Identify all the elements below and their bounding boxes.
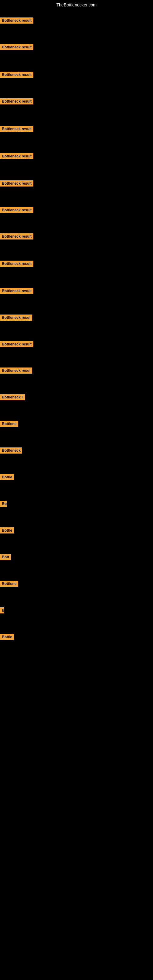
bottleneck-badge-5: Bottleneck result xyxy=(0,126,33,132)
bottleneck-badge-8: Bottleneck result xyxy=(0,207,33,213)
bottleneck-badge-7: Bottleneck result xyxy=(0,180,33,186)
bottleneck-badge-6: Bottleneck result xyxy=(0,153,33,159)
bottleneck-badge-11: Bottleneck result xyxy=(0,288,33,294)
bottleneck-badge-16: Bottlene xyxy=(0,421,18,427)
bottleneck-badge-20: Bottle xyxy=(0,527,14,533)
bottleneck-badge-23: B xyxy=(0,607,4,613)
bottleneck-badge-10: Bottleneck result xyxy=(0,261,33,267)
bottleneck-badge-22: Bottlene xyxy=(0,581,18,587)
bottleneck-badge-21: Bott xyxy=(0,554,11,560)
bottleneck-badge-18: Bottle xyxy=(0,474,14,480)
bottleneck-badge-14: Bottleneck resul xyxy=(0,368,32,374)
bottleneck-badge-2: Bottleneck result xyxy=(0,44,33,50)
site-title: TheBottlenecker.com xyxy=(0,2,153,7)
bottleneck-badge-24: Bottle xyxy=(0,634,14,640)
bottleneck-badge-19: Bo xyxy=(0,501,7,507)
bottleneck-badge-12: Bottleneck resul xyxy=(0,315,32,321)
bottleneck-badge-4: Bottleneck result xyxy=(0,98,33,105)
bottleneck-badge-15: Bottleneck r xyxy=(0,394,25,400)
bottleneck-badge-3: Bottleneck result xyxy=(0,72,33,78)
bottleneck-badge-17: Bottleneck xyxy=(0,447,22,453)
bottleneck-badge-13: Bottleneck result xyxy=(0,341,33,347)
bottleneck-badge-9: Bottleneck result xyxy=(0,233,33,240)
bottleneck-badge-1: Bottleneck result xyxy=(0,18,33,24)
